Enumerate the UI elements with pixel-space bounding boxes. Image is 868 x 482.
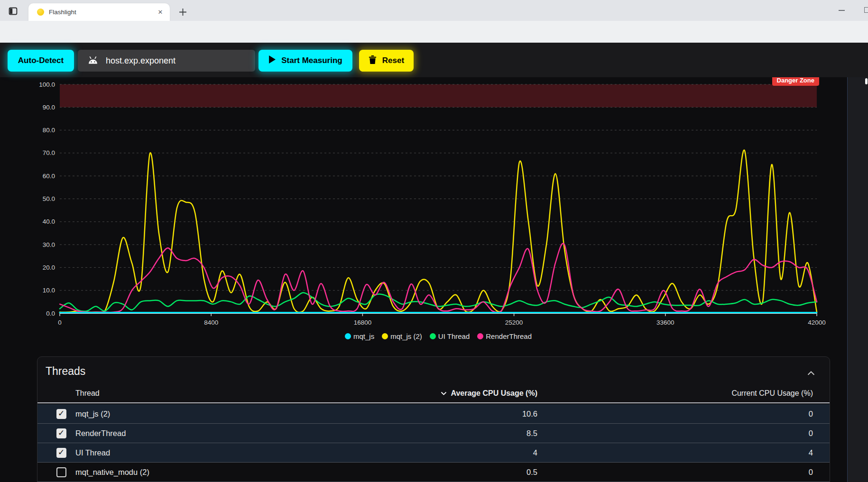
column-average-cpu[interactable]: Average CPU Usage (%) [441, 389, 537, 398]
thread-checkbox[interactable] [56, 428, 66, 438]
legend-dot [477, 333, 483, 339]
window-maximize-icon[interactable] [864, 7, 868, 13]
y-axis-label: 60.0 [43, 173, 55, 180]
thread-checkbox[interactable] [56, 448, 66, 458]
table-header-row: Thread Average CPU Usage (%) Current CPU… [37, 384, 830, 403]
x-axis-label: 25200 [505, 319, 523, 326]
new-tab-button[interactable] [176, 6, 189, 18]
legend-item-mqt-js-2-[interactable]: mqt_js (2) [382, 332, 422, 340]
window-minimize-icon[interactable] [839, 10, 845, 11]
table-body: mqt_js (2) 10.6 0 RenderThread 8.5 0 UI … [37, 404, 830, 482]
thread-name: UI Thread [75, 448, 265, 457]
trash-icon [369, 55, 377, 66]
column-current-cpu[interactable]: Current CPU Usage (%) [731, 389, 813, 398]
android-icon [87, 55, 99, 66]
y-axis-label: 20.0 [43, 264, 55, 271]
browser-tab[interactable]: Flashlight ✕ [28, 3, 170, 21]
legend-label: UI Thread [438, 332, 470, 340]
tab-close-icon[interactable]: ✕ [156, 8, 165, 17]
y-axis-label: 10.0 [43, 287, 55, 294]
reset-button[interactable]: Reset [359, 50, 414, 72]
thread-avg-cpu: 8.5 [526, 429, 537, 438]
thread-name: mqt_js (2) [75, 409, 265, 418]
auto-detect-button[interactable]: Auto-Detect [8, 50, 74, 72]
sort-chevron-down-icon [441, 389, 447, 398]
reset-label: Reset [382, 56, 404, 65]
thread-avg-cpu: 4 [533, 448, 537, 457]
legend-dot [345, 333, 351, 339]
y-axis-label: 90.0 [43, 104, 55, 111]
play-icon [268, 55, 276, 66]
y-axis-label: 50.0 [43, 195, 55, 202]
legend-item-ui-thread[interactable]: UI Thread [430, 332, 470, 340]
legend-dot [430, 333, 436, 339]
y-axis-label: 100.0 [39, 81, 55, 88]
y-axis-label: 30.0 [43, 241, 55, 248]
tab-title: Flashlight [49, 9, 156, 16]
table-row[interactable]: RenderThread 8.5 0 [37, 424, 830, 443]
flashlight-app: Auto-Detect host.exp.exponent Start Meas… [0, 43, 868, 482]
legend-item-mqt-js[interactable]: mqt_js [345, 332, 374, 340]
chart-canvas[interactable]: 0.010.020.030.040.050.060.070.080.090.01… [0, 77, 868, 336]
legend-dot [382, 333, 388, 339]
column-thread[interactable]: Thread [75, 389, 265, 398]
y-axis-label: 0.0 [46, 310, 55, 317]
collapse-chevron-up-icon[interactable] [806, 368, 817, 380]
danger-zone-badge: Danger Zone [772, 77, 819, 86]
x-axis-label: 42000 [808, 319, 826, 326]
y-axis-label: 40.0 [43, 218, 55, 225]
x-axis-label: 16800 [354, 319, 372, 326]
package-input[interactable]: host.exp.exponent [78, 50, 255, 72]
app-toolbar: Auto-Detect host.exp.exponent Start Meas… [0, 43, 868, 77]
thread-name: mqt_native_modu (2) [75, 468, 265, 477]
table-row[interactable]: mqt_js (2) 10.6 0 [37, 404, 830, 424]
thread-name: RenderThread [75, 429, 265, 438]
start-measuring-button[interactable]: Start Measuring [259, 50, 352, 72]
x-axis-label: 33600 [656, 319, 674, 326]
y-axis-label: 70.0 [43, 149, 55, 156]
y-axis-label: 80.0 [43, 127, 55, 134]
chart-legend: mqt_jsmqt_js (2)UI ThreadRenderThread [0, 332, 868, 340]
thread-current-cpu: 4 [809, 448, 813, 457]
thread-current-cpu: 0 [809, 409, 813, 418]
series-line-renderthread [60, 244, 817, 313]
x-axis-label: 0 [58, 319, 62, 326]
series-line-mqt-js-2- [60, 150, 817, 312]
page-right-gutter [847, 77, 868, 482]
cpu-usage-chart: 0.010.020.030.040.050.060.070.080.090.01… [0, 77, 868, 352]
start-measuring-label: Start Measuring [281, 56, 342, 65]
tab-strip: Flashlight ✕ [0, 0, 868, 21]
legend-item-renderthread[interactable]: RenderThread [477, 332, 532, 340]
legend-label: RenderThread [486, 332, 532, 340]
x-axis-label: 8400 [204, 319, 218, 326]
thread-current-cpu: 0 [809, 468, 813, 477]
thread-checkbox[interactable] [56, 409, 66, 419]
thread-checkbox[interactable] [56, 467, 66, 477]
thread-current-cpu: 0 [809, 429, 813, 438]
legend-label: mqt_js (2) [390, 332, 422, 340]
tab-favicon [37, 9, 44, 16]
threads-card: Threads Thread Average CPU Usage (%) Cur… [37, 356, 830, 482]
table-row[interactable]: UI Thread 4 4 [37, 443, 830, 463]
tab-actions-icon[interactable] [6, 4, 20, 18]
table-row[interactable]: mqt_native_modu (2) 0.5 0 [37, 463, 830, 482]
column-average-cpu-label: Average CPU Usage (%) [451, 389, 537, 398]
browser-chrome: Flashlight ✕ localhost:3000 [0, 0, 868, 43]
address-bar-row: localhost:3000 [0, 21, 868, 43]
scrollbar-thumb[interactable] [865, 78, 868, 84]
thread-avg-cpu: 0.5 [526, 468, 537, 477]
threads-title: Threads [46, 365, 85, 378]
danger-zone-band [60, 84, 817, 107]
package-name-value: host.exp.exponent [106, 56, 175, 66]
thread-avg-cpu: 10.6 [522, 409, 537, 418]
legend-label: mqt_js [353, 332, 374, 340]
